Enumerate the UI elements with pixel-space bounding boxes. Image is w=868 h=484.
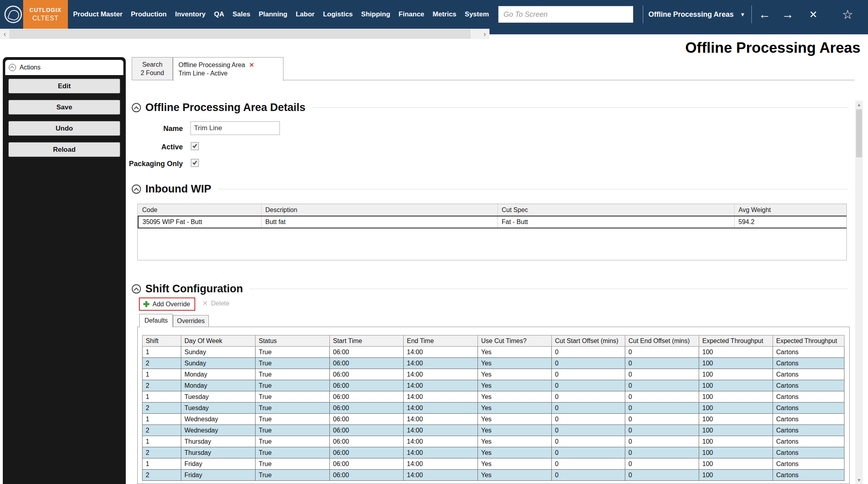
- collapse-chevron-icon[interactable]: [132, 184, 141, 194]
- delete-label: Delete: [211, 300, 229, 307]
- nav-item-planning[interactable]: Planning: [259, 10, 287, 18]
- column-header: Expected Throughput: [773, 335, 844, 347]
- nav-item-system[interactable]: System: [465, 10, 489, 18]
- vertical-scrollbar-thumb[interactable]: [856, 109, 862, 157]
- shift-row[interactable]: 2SundayTrue06:0014:00Yes00100Cartons: [143, 358, 844, 369]
- delete-button[interactable]: ✕ Delete: [202, 300, 230, 307]
- shift-row[interactable]: 2FridayTrue06:0014:00Yes00100Cartons: [143, 470, 844, 481]
- table-cell: 06:00: [330, 347, 404, 358]
- scroll-up-icon[interactable]: ▲: [855, 101, 863, 109]
- section-divider: [312, 107, 848, 108]
- table-cell: 0: [552, 391, 625, 403]
- section-divider: [250, 289, 848, 289]
- nav-item-finance[interactable]: Finance: [398, 10, 424, 18]
- action-button-undo[interactable]: Undo: [8, 121, 120, 136]
- table-cell: True: [256, 436, 330, 447]
- table-header-row: ShiftDay Of WeekStatusStart TimeEnd Time…: [143, 335, 844, 347]
- table-cell: 0: [625, 414, 699, 425]
- nav-menu: Product MasterProductionInventoryQASales…: [73, 0, 489, 29]
- shift-row[interactable]: 1FridayTrue06:0014:00Yes00100Cartons: [143, 458, 844, 470]
- action-button-reload[interactable]: Reload: [8, 142, 120, 157]
- action-button-save[interactable]: Save: [8, 100, 120, 115]
- table-cell: 0: [552, 436, 625, 447]
- forward-button[interactable]: →: [779, 0, 797, 29]
- nav-item-logistics[interactable]: Logistics: [323, 10, 353, 18]
- table-cell: Cartons: [773, 447, 844, 458]
- shift-row[interactable]: 2TuesdayTrue06:0014:00Yes00100Cartons: [143, 403, 844, 414]
- tab-defaults[interactable]: Defaults: [139, 314, 173, 327]
- brand-name: CUTLOGIX: [30, 7, 61, 13]
- nav-item-metrics[interactable]: Metrics: [433, 10, 457, 18]
- shift-row[interactable]: 2ThursdayTrue06:0014:00Yes00100Cartons: [143, 447, 844, 458]
- shift-row[interactable]: 1ThursdayTrue06:0014:00Yes00100Cartons: [143, 436, 844, 447]
- tab-search-line2: 2 Found: [141, 69, 164, 77]
- table-cell: 2: [143, 447, 181, 458]
- collapse-chevron-icon[interactable]: [9, 64, 16, 71]
- action-button-edit[interactable]: Edit: [8, 79, 120, 93]
- nav-item-production[interactable]: Production: [131, 10, 167, 18]
- tab-overrides[interactable]: Overrides: [173, 315, 209, 327]
- wip-row[interactable]: 35095 WIP Fat - ButtButt fatFat - Butt59…: [138, 216, 847, 228]
- table-cell: True: [256, 425, 330, 436]
- horizontal-scrollbar[interactable]: ‹ ›: [0, 29, 489, 39]
- goto-screen-input[interactable]: [498, 6, 633, 23]
- table-cell: 06:00: [330, 447, 404, 458]
- table-cell: 0: [552, 347, 625, 358]
- scroll-down-icon[interactable]: ▼: [855, 476, 863, 484]
- close-button[interactable]: ✕: [804, 0, 822, 29]
- table-cell: 1: [143, 458, 181, 470]
- nav-item-sales[interactable]: Sales: [233, 10, 250, 18]
- horizontal-scrollbar-thumb[interactable]: [10, 30, 470, 38]
- nav-item-product-master[interactable]: Product Master: [73, 10, 123, 18]
- shift-row[interactable]: 1SundayTrue06:0014:00Yes00100Cartons: [143, 347, 844, 358]
- table-cell: 0: [552, 458, 625, 470]
- nav-item-inventory[interactable]: Inventory: [175, 10, 206, 18]
- table-cell: Yes: [478, 447, 552, 458]
- table-cell: True: [256, 447, 330, 458]
- back-button[interactable]: ←: [755, 0, 774, 29]
- shift-config-title: Shift Configuration: [145, 283, 243, 295]
- nav-item-labor[interactable]: Labor: [296, 10, 315, 18]
- table-cell: True: [256, 470, 330, 481]
- column-header: Code: [138, 204, 261, 216]
- favorite-star-icon[interactable]: ☆: [838, 0, 857, 29]
- tab-title: Offline Processing Area: [178, 61, 245, 69]
- actions-panel-header[interactable]: Actions: [5, 60, 123, 75]
- table-cell: 14:00: [404, 347, 478, 358]
- nav-item-shipping[interactable]: Shipping: [361, 10, 390, 18]
- screen-dropdown[interactable]: Offline Processing Areas ▼: [648, 0, 745, 29]
- table-cell: 1: [143, 414, 181, 425]
- collapse-chevron-icon[interactable]: [132, 284, 141, 294]
- shift-row[interactable]: 1WednesdayTrue06:0014:00Yes00100Cartons: [143, 414, 844, 425]
- add-override-label: Add Override: [153, 301, 190, 308]
- table-cell: 2: [143, 470, 181, 481]
- shift-row[interactable]: 1MondayTrue06:0014:00Yes00100Cartons: [143, 369, 844, 380]
- table-cell: 0: [552, 403, 625, 414]
- table-cell: 06:00: [330, 358, 404, 369]
- table-cell: 0: [625, 425, 699, 436]
- scroll-left-icon[interactable]: ‹: [0, 29, 10, 39]
- column-header: End Time: [404, 335, 478, 347]
- table-cell: 0: [552, 380, 625, 391]
- top-navbar: CUTLOGIX CLTEST Product MasterProduction…: [0, 0, 868, 29]
- nav-item-qa[interactable]: QA: [214, 10, 224, 18]
- column-header: Day Of Week: [181, 335, 256, 347]
- collapse-chevron-icon[interactable]: [132, 103, 141, 112]
- tab-offline-processing-area[interactable]: Offline Processing Area ✕ Trim Line - Ac…: [173, 57, 283, 81]
- shift-row[interactable]: 2WednesdayTrue06:0014:00Yes00100Cartons: [143, 425, 844, 436]
- table-cell: 14:00: [404, 414, 478, 425]
- tab-close-icon[interactable]: ✕: [249, 61, 254, 69]
- shift-row[interactable]: 1TuesdayTrue06:0014:00Yes00100Cartons: [143, 391, 844, 403]
- name-label: Name: [120, 125, 183, 133]
- table-cell: 14:00: [404, 458, 478, 470]
- table-cell: Cartons: [773, 403, 844, 414]
- shift-row[interactable]: 2MondayTrue06:0014:00Yes00100Cartons: [143, 380, 844, 391]
- scroll-right-icon[interactable]: ›: [480, 29, 489, 39]
- packaging-only-checkbox[interactable]: [191, 159, 199, 167]
- tab-search-results[interactable]: Search 2 Found: [132, 57, 173, 80]
- vertical-scrollbar[interactable]: ▲ ▼: [855, 101, 863, 484]
- add-override-button[interactable]: Add Override: [139, 298, 195, 311]
- table-cell: True: [256, 414, 330, 425]
- name-input[interactable]: [190, 121, 280, 135]
- active-checkbox[interactable]: [191, 142, 199, 150]
